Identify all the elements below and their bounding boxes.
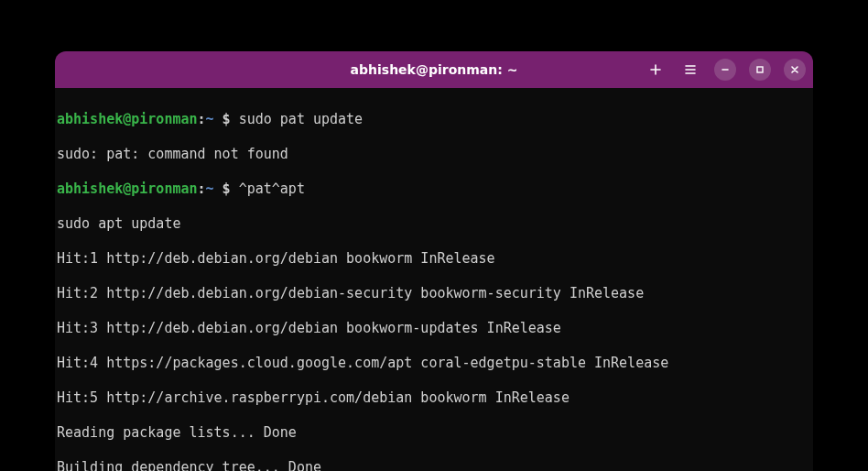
command-2: ^pat^apt [239, 181, 305, 197]
output-error: sudo: pat: command not found [57, 146, 811, 163]
command-1: sudo pat update [239, 111, 363, 127]
terminal-body[interactable]: abhishek@pironman:~ $ sudo pat update su… [55, 88, 813, 471]
output-line: Hit:2 http://deb.debian.org/debian-secur… [57, 285, 811, 302]
prompt-user: abhishek [57, 111, 123, 127]
output-line: Reading package lists... Done [57, 424, 811, 442]
titlebar: abhishek@pironman: ~ [55, 51, 813, 88]
prompt-path: ~ [206, 111, 214, 127]
svg-rect-0 [757, 67, 763, 72]
prompt-colon: : [198, 111, 206, 127]
window-title: abhishek@pironman: ~ [351, 62, 518, 77]
terminal-window: abhishek@pironman: ~ abhishek@pironman:~… [55, 51, 813, 471]
output-line: Building dependency tree... Done [57, 459, 811, 471]
prompt-at: @ [123, 111, 131, 127]
output-line: Hit:3 http://deb.debian.org/debian bookw… [57, 320, 811, 337]
window-controls [645, 51, 806, 88]
output-line: Hit:4 https://packages.cloud.google.com/… [57, 355, 811, 372]
maximize-button[interactable] [749, 59, 771, 81]
prompt-dollar: $ [214, 111, 239, 127]
close-button[interactable] [784, 59, 806, 81]
output-line: Hit:5 http://archive.raspberrypi.com/deb… [57, 389, 811, 407]
output-line: Hit:1 http://deb.debian.org/debian bookw… [57, 250, 811, 268]
menu-icon[interactable] [679, 59, 701, 81]
prompt-line-2: abhishek@pironman:~ $ ^pat^apt [57, 181, 811, 198]
new-tab-icon[interactable] [645, 59, 667, 81]
prompt-line-1: abhishek@pironman:~ $ sudo pat update [57, 111, 811, 128]
expanded-command: sudo apt update [57, 215, 811, 233]
minimize-button[interactable] [714, 59, 736, 81]
prompt-host: pironman [131, 111, 197, 127]
